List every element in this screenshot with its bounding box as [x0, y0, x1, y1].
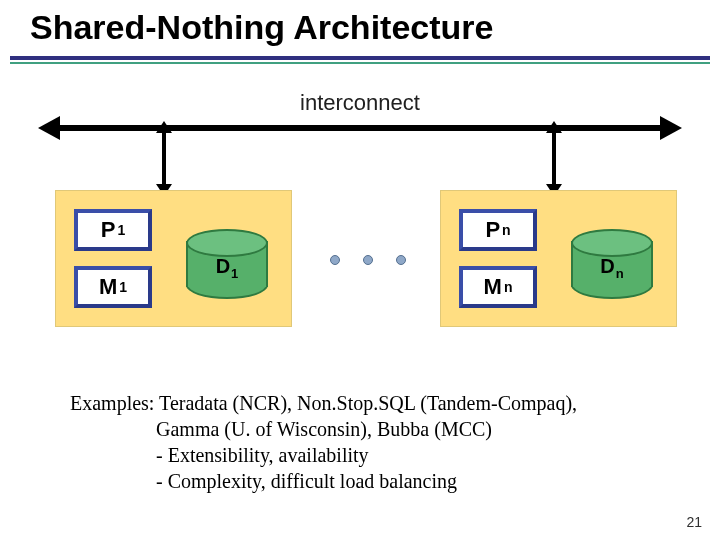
disk-letter: D: [216, 255, 230, 277]
examples-lead: Examples:: [70, 392, 154, 414]
memory-letter: M: [99, 274, 117, 300]
disk-top-ellipse: [571, 229, 653, 257]
dot-icon: [396, 255, 406, 265]
disk-subscript: 1: [231, 266, 238, 281]
interconnect-bus-line: [50, 125, 670, 131]
memory-box-1: M1: [74, 266, 152, 308]
processor-subscript: 1: [117, 222, 125, 238]
disk-subscript: n: [616, 266, 624, 281]
disk-label: D1: [186, 255, 268, 281]
ellipsis-dots: [318, 250, 418, 270]
dot-icon: [363, 255, 373, 265]
disk-cylinder-n: Dn: [571, 229, 653, 299]
memory-subscript: n: [504, 279, 513, 295]
architecture-diagram: interconnect P1 M1 D1: [40, 90, 680, 350]
title-underline-primary: [10, 56, 710, 60]
title-underline-secondary: [10, 62, 710, 64]
interconnect-arrow-left-icon: [38, 116, 60, 140]
disk-label: Dn: [571, 255, 653, 281]
processor-box-1: P1: [74, 209, 152, 251]
memory-letter: M: [484, 274, 502, 300]
dot-icon: [330, 255, 340, 265]
interconnect-label: interconnect: [40, 90, 680, 116]
disk-cylinder-1: D1: [186, 229, 268, 299]
examples-text: Examples: Teradata (NCR), Non.Stop.SQL (…: [70, 390, 680, 494]
noden-connector-arrow: [552, 131, 556, 186]
examples-line3: - Extensibility, availability: [70, 442, 680, 468]
node-1: P1 M1 D1: [55, 190, 292, 327]
page-number: 21: [686, 514, 702, 530]
processor-subscript: n: [502, 222, 511, 238]
node1-connector-arrow: [162, 131, 166, 186]
examples-line2: Gamma (U. of Wisconsin), Bubba (MCC): [70, 416, 680, 442]
processor-box-n: Pn: [459, 209, 537, 251]
processor-letter: P: [485, 217, 500, 243]
disk-letter: D: [600, 255, 614, 277]
processor-letter: P: [101, 217, 116, 243]
node-n: Pn Mn Dn: [440, 190, 677, 327]
interconnect-arrow-right-icon: [660, 116, 682, 140]
examples-line1: Teradata (NCR), Non.Stop.SQL (Tandem-Com…: [154, 392, 577, 414]
disk-top-ellipse: [186, 229, 268, 257]
memory-subscript: 1: [119, 279, 127, 295]
memory-box-n: Mn: [459, 266, 537, 308]
examples-line4: - Complexity, difficult load balancing: [70, 468, 680, 494]
slide-title: Shared-Nothing Architecture: [30, 8, 493, 47]
